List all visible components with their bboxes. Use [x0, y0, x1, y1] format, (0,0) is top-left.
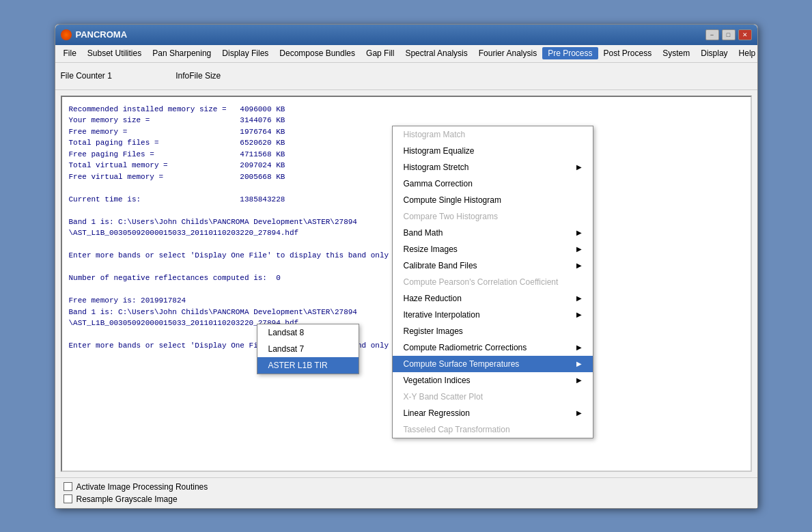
submenu-arrow-2: ▶: [576, 163, 582, 171]
dropdown-item-16: X-Y Band Scatter Plot: [393, 389, 593, 405]
info-bar: File Counter 1 Info File Size: [55, 63, 757, 90]
close-button[interactable]: ✕: [738, 29, 752, 40]
submenu-arrow-15: ▶: [576, 376, 582, 384]
submenu-arrow-17: ▶: [576, 409, 582, 417]
menu-item-spectral-analysis[interactable]: Spectral Analysis: [400, 47, 473, 59]
menu-item-help[interactable]: Help: [733, 47, 761, 59]
dropdown-item-13[interactable]: Compute Radiometric Corrections▶: [393, 339, 593, 356]
dropdown-item-17[interactable]: Linear Regression▶: [393, 405, 593, 421]
submenu-arrow-8: ▶: [576, 262, 582, 269]
dropdown-item-3[interactable]: Gamma Correction: [393, 176, 593, 192]
activate-processing-checkbox[interactable]: [64, 482, 72, 491]
dropdown-item-14[interactable]: Compute Surface Temperatures▶: [393, 356, 593, 372]
menu-item-pre-process[interactable]: Pre Process: [542, 47, 598, 59]
info-label: Info: [176, 71, 189, 81]
resample-grayscale-checkbox[interactable]: [64, 494, 72, 503]
file-counter: File Counter 1: [61, 71, 112, 81]
menu-item-system[interactable]: System: [657, 47, 695, 59]
menu-item-file[interactable]: File: [58, 47, 82, 59]
maximize-button[interactable]: □: [722, 29, 736, 40]
minimize-button[interactable]: −: [705, 29, 719, 40]
dropdown-item-15[interactable]: Vegetation Indices▶: [393, 372, 593, 389]
menu-bar: FileSubset UtilitiesPan SharpeningDispla…: [55, 45, 757, 63]
dropdown-item-12[interactable]: Register Images: [393, 323, 593, 339]
menu-item-pan-sharpening[interactable]: Pan Sharpening: [147, 47, 216, 59]
menu-item-subset-utilities[interactable]: Subset Utilities: [82, 47, 147, 59]
menu-item-decompose-bundles[interactable]: Decompose Bundles: [274, 47, 361, 59]
dropdown-item-9: Compute Pearson's Correlation Coefficien…: [393, 274, 593, 290]
submenu-arrow-13: ▶: [576, 344, 582, 351]
main-area: Recommended installed memory size = 4096…: [55, 90, 757, 477]
dropdown-item-1[interactable]: Histogram Equalize: [393, 143, 593, 159]
dropdown-item-2[interactable]: Histogram Stretch▶: [393, 159, 593, 176]
preprocess-dropdown: Histogram MatchHistogram EqualizeHistogr…: [392, 126, 593, 438]
file-size-label: File Size: [189, 71, 221, 81]
submenu-arrow-14: ▶: [576, 360, 582, 367]
menu-item-post-process[interactable]: Post Process: [598, 47, 658, 59]
dropdown-item-8[interactable]: Calibrate Band Files▶: [393, 257, 593, 274]
submenu-arrow-11: ▶: [576, 311, 582, 318]
bottom-bar: Activate Image Processing Routines Resam…: [55, 477, 757, 508]
dropdown-item-4[interactable]: Compute Single Histogram: [393, 192, 593, 208]
checkbox-row-2: Resample Grayscale Image: [64, 494, 749, 504]
submenu-arrow-10: ▶: [576, 294, 582, 302]
dropdown-item-6[interactable]: Band Math▶: [393, 225, 593, 241]
checkbox-row-1: Activate Image Processing Routines: [64, 482, 749, 492]
dropdown-item-5: Compare Two Histograms: [393, 208, 593, 225]
app-icon: [61, 29, 72, 40]
dropdown-item-0: Histogram Match: [393, 126, 593, 143]
main-window: PANCROMA − □ ✕ FileSubset UtilitiesPan S…: [55, 24, 758, 509]
title-bar-left: PANCROMA: [61, 29, 128, 40]
title-buttons: − □ ✕: [705, 29, 752, 40]
menu-item-gap-fill[interactable]: Gap Fill: [361, 47, 400, 59]
activate-processing-label: Activate Image Processing Routines: [76, 482, 208, 492]
menu-item-display-files[interactable]: Display Files: [216, 47, 274, 59]
menu-item-display[interactable]: Display: [695, 47, 733, 59]
menu-item-fourier-analysis[interactable]: Fourier Analysis: [473, 47, 542, 59]
window-title: PANCROMA: [76, 29, 128, 40]
submenu-arrow-6: ▶: [576, 229, 582, 236]
dropdown-item-18: Tasseled Cap Transformation: [393, 421, 593, 438]
dropdown-item-7[interactable]: Resize Images▶: [393, 241, 593, 257]
title-bar: PANCROMA − □ ✕: [55, 25, 757, 45]
resample-grayscale-label: Resample Grayscale Image: [76, 494, 178, 504]
submenu-arrow-7: ▶: [576, 245, 582, 253]
dropdown-item-10[interactable]: Haze Reduction▶: [393, 290, 593, 307]
dropdown-item-11[interactable]: Iterative Interpolation▶: [393, 307, 593, 323]
